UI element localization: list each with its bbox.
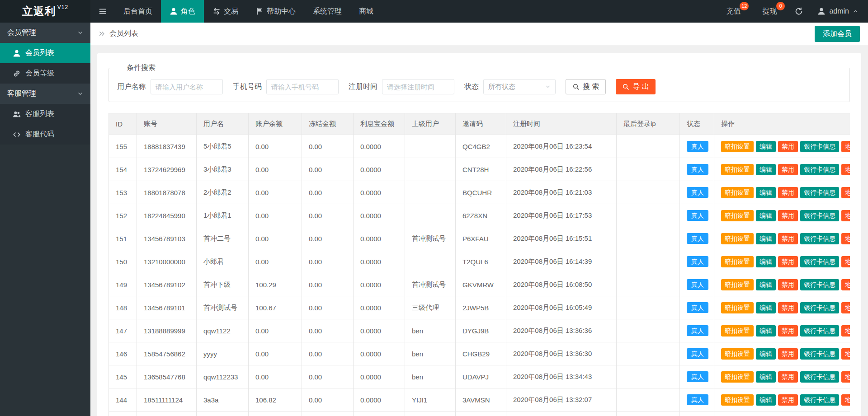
bank-card-info-button[interactable]: 银行卡信息 — [800, 371, 839, 383]
disable-button[interactable]: 禁用 — [778, 279, 798, 290]
recharge-button[interactable]: 充值 12 — [715, 0, 751, 23]
add-member-button[interactable]: 添加会员 — [815, 26, 860, 42]
bank-card-info-button[interactable]: 银行卡信息 — [800, 325, 839, 337]
brand-name: 立返利 — [22, 4, 56, 19]
status-badge[interactable]: 真人 — [687, 256, 708, 267]
bank-card-info-button[interactable]: 银行卡信息 — [800, 348, 839, 360]
disable-button[interactable]: 禁用 — [778, 210, 798, 221]
hidden-deduction-button[interactable]: 暗扣设置 — [721, 233, 754, 244]
phone-input[interactable] — [266, 79, 339, 94]
status-badge[interactable]: 真人 — [687, 371, 708, 382]
status-badge[interactable]: 真人 — [687, 302, 708, 313]
withdraw-badge: 0 — [776, 2, 785, 10]
hidden-deduction-button[interactable]: 暗扣设置 — [721, 394, 754, 406]
disable-button[interactable]: 禁用 — [778, 164, 798, 175]
disable-button[interactable]: 禁用 — [778, 371, 798, 383]
edit-button[interactable]: 编辑 — [756, 394, 776, 406]
admin-menu[interactable]: admin — [810, 0, 868, 23]
address-button[interactable]: 地址 — [841, 210, 850, 221]
status-badge[interactable]: 真人 — [687, 325, 708, 336]
bank-card-info-button[interactable]: 银行卡信息 — [800, 394, 839, 406]
bank-card-info-button[interactable]: 银行卡信息 — [800, 210, 839, 221]
edit-button[interactable]: 编辑 — [756, 325, 776, 337]
address-button[interactable]: 地址 — [841, 279, 850, 290]
hidden-deduction-button[interactable]: 暗扣设置 — [721, 302, 754, 313]
hidden-deduction-button[interactable]: 暗扣设置 — [721, 348, 754, 360]
hidden-deduction-button[interactable]: 暗扣设置 — [721, 325, 754, 337]
edit-button[interactable]: 编辑 — [756, 256, 776, 267]
edit-button[interactable]: 编辑 — [756, 371, 776, 383]
edit-button[interactable]: 编辑 — [756, 141, 776, 152]
address-button[interactable]: 地址 — [841, 233, 850, 244]
nav-item-trade[interactable]: 交易 — [204, 0, 247, 23]
edit-button[interactable]: 编辑 — [756, 187, 776, 198]
nav-item-role[interactable]: 角色 — [161, 0, 204, 23]
disable-button[interactable]: 禁用 — [778, 233, 798, 244]
address-button[interactable]: 地址 — [841, 394, 850, 406]
edit-button[interactable]: 编辑 — [756, 210, 776, 221]
bank-card-info-button[interactable]: 银行卡信息 — [800, 302, 839, 313]
bank-card-info-button[interactable]: 银行卡信息 — [800, 279, 839, 290]
status-badge[interactable]: 真人 — [687, 279, 708, 290]
disable-button[interactable]: 禁用 — [778, 256, 798, 267]
edit-button[interactable]: 编辑 — [756, 279, 776, 290]
nav-item-help[interactable]: 帮助中心 — [247, 0, 304, 23]
bank-card-info-button[interactable]: 银行卡信息 — [800, 256, 839, 267]
hidden-deduction-button[interactable]: 暗扣设置 — [721, 187, 754, 198]
edit-button[interactable]: 编辑 — [756, 302, 776, 313]
export-button[interactable]: 导 出 — [616, 79, 655, 94]
address-button[interactable]: 地址 — [841, 256, 850, 267]
sidebar-item-service-list[interactable]: 客服列表 — [0, 104, 90, 124]
address-button[interactable]: 地址 — [841, 348, 850, 360]
nav-item-system[interactable]: 系统管理 — [304, 0, 350, 23]
status-badge[interactable]: 真人 — [687, 210, 708, 221]
hidden-deduction-button[interactable]: 暗扣设置 — [721, 210, 754, 221]
address-button[interactable]: 地址 — [841, 187, 850, 198]
disable-button[interactable]: 禁用 — [778, 302, 798, 313]
address-button[interactable]: 地址 — [841, 141, 850, 152]
status-badge[interactable]: 真人 — [687, 233, 708, 244]
hidden-deduction-button[interactable]: 暗扣设置 — [721, 164, 754, 175]
hidden-deduction-button[interactable]: 暗扣设置 — [721, 141, 754, 152]
status-badge[interactable]: 真人 — [687, 348, 708, 359]
disable-button[interactable]: 禁用 — [778, 325, 798, 337]
edit-button[interactable]: 编辑 — [756, 164, 776, 175]
refresh-button[interactable] — [788, 0, 810, 23]
bank-card-info-button[interactable]: 银行卡信息 — [800, 233, 839, 244]
edit-button[interactable]: 编辑 — [756, 348, 776, 360]
search-button[interactable]: 搜 索 — [566, 79, 606, 94]
status-select[interactable]: 所有状态 — [483, 79, 556, 94]
cell-interest: 0.0000 — [354, 273, 405, 296]
bank-card-info-button[interactable]: 银行卡信息 — [800, 141, 839, 152]
username-input[interactable] — [151, 79, 223, 94]
status-badge[interactable]: 真人 — [687, 141, 708, 152]
status-badge[interactable]: 真人 — [687, 164, 708, 175]
sidebar-item-member-list[interactable]: 会员列表 — [0, 43, 90, 63]
bank-card-info-button[interactable]: 银行卡信息 — [800, 187, 839, 198]
cell-parent — [405, 204, 456, 227]
status-badge[interactable]: 真人 — [687, 394, 708, 405]
address-button[interactable]: 地址 — [841, 302, 850, 313]
withdraw-button[interactable]: 提现 0 — [751, 0, 788, 23]
disable-button[interactable]: 禁用 — [778, 141, 798, 152]
bank-card-info-button[interactable]: 银行卡信息 — [800, 164, 839, 175]
sidebar-toggle-button[interactable] — [90, 0, 115, 23]
hidden-deduction-button[interactable]: 暗扣设置 — [721, 279, 754, 290]
disable-button[interactable]: 禁用 — [778, 187, 798, 198]
hidden-deduction-button[interactable]: 暗扣设置 — [721, 371, 754, 383]
disable-button[interactable]: 禁用 — [778, 394, 798, 406]
edit-button[interactable]: 编辑 — [756, 233, 776, 244]
sidebar-item-service-code[interactable]: 客服代码 — [0, 124, 90, 145]
address-button[interactable]: 地址 — [841, 371, 850, 383]
hidden-deduction-button[interactable]: 暗扣设置 — [721, 256, 754, 267]
sidebar-item-member-level[interactable]: 会员等级 — [0, 63, 90, 84]
address-button[interactable]: 地址 — [841, 325, 850, 337]
sidebar-group-member-management[interactable]: 会员管理 — [0, 23, 90, 43]
regtime-input[interactable] — [382, 79, 454, 94]
disable-button[interactable]: 禁用 — [778, 348, 798, 360]
sidebar-group-service-management[interactable]: 客服管理 — [0, 84, 90, 104]
address-button[interactable]: 地址 — [841, 164, 850, 175]
status-badge[interactable]: 真人 — [687, 187, 708, 198]
nav-item-home[interactable]: 后台首页 — [115, 0, 161, 23]
nav-item-mall[interactable]: 商城 — [350, 0, 382, 23]
